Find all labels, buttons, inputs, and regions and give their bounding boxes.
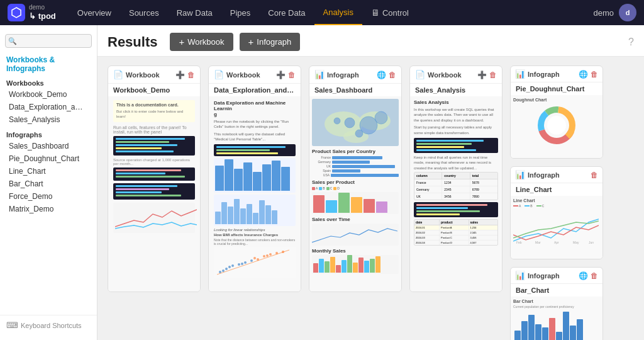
nav-control[interactable]: 🖥 Control [362,0,418,25]
card-actions: 🗑 [591,171,598,179]
column-3: 📊 Infograph 🌐 🗑 Sales_Dashboard [309,65,402,340]
add-icon[interactable]: ➕ [276,71,286,79]
svg-point-24 [334,118,340,124]
header-actions: + Workbook + Infograph [170,33,300,51]
card-workbook-demo[interactable]: 📄 Workbook ➕ 🗑 Workbook_Demo This is a d… [108,65,201,292]
search-input[interactable] [5,34,92,48]
sidebar-item-line-chart[interactable]: Line_Chart ✎ [0,165,97,178]
card-name: Bar_Chart [511,284,602,297]
map-visualization [312,99,399,146]
sidebar-item-sales-dashboard[interactable]: Sales_Dashboard ✎ [0,140,97,152]
hexagon-icon [11,7,22,18]
card-actions: 🌐 🗑 [579,70,598,79]
sidebar-item-bar-chart[interactable]: Bar_Chart ✎ [0,178,97,190]
card-name: Data_Exploration_and_... [209,84,301,96]
card-sales-dashboard[interactable]: 📊 Infograph 🌐 🗑 Sales_Dashboard [309,65,402,292]
delete-icon[interactable]: 🗑 [591,70,598,79]
sidebar-section-workbooks-infographs: Workbooks & Infographs [0,52,97,74]
content-header: Results + Workbook + Infograph ? [97,25,644,57]
delete-icon[interactable]: 🗑 [591,271,598,280]
card-header: 📊 Infograph 🌐 🗑 [511,66,602,82]
delete-icon[interactable]: 🗑 [591,171,598,179]
infograph-icon: 📊 [515,271,525,280]
delete-icon[interactable]: 🗑 [288,71,296,79]
column-5: 📊 Infograph 🌐 🗑 Pie_Doughnut_Chart Dough… [510,65,603,340]
card-pie-doughnut[interactable]: 📊 Infograph 🌐 🗑 Pie_Doughnut_Chart Dough… [510,65,603,159]
svg-point-15 [253,257,256,259]
nav-pipes[interactable]: Pipes [221,0,260,25]
svg-text:Jun: Jun [589,241,594,244]
card-preview: Product Sales per Country France Germany… [309,96,401,292]
svg-point-14 [241,263,243,265]
brand-text: demo ↳ tpod [29,4,56,21]
user-area: demo d [593,4,636,21]
nav-rawdata[interactable]: Raw Data [168,0,221,25]
infograph-icon: 📊 [515,69,525,79]
search-icon: 🔍 [8,37,17,45]
card-name: Workbook_Demo [108,84,200,96]
column-1: 📄 Workbook ➕ 🗑 Workbook_Demo This is a d… [108,65,201,340]
svg-text:Mar: Mar [535,241,541,244]
plus-icon: + [179,37,184,47]
keyboard-shortcuts[interactable]: ⌨ Keyboard Shortcuts [0,315,97,335]
card-name: Pie_Doughnut_Chart [511,82,602,95]
infographs-label: Infographs [0,128,97,140]
add-icon[interactable]: ➕ [477,71,487,79]
nav-coredata[interactable]: Core Data [259,0,314,25]
card-actions: ➕ 🗑 [276,71,296,79]
sidebar-item-data-exploration[interactable]: Data_Exploration_and_... ✎ [0,101,97,113]
nav-sources[interactable]: Sources [120,0,168,25]
column-2: 📄 Workbook ➕ 🗑 Data_Exploration_and_... … [208,65,301,340]
card-actions: ➕ 🗑 [175,71,195,79]
card-bar-chart[interactable]: 📊 Infograph 🌐 🗑 Bar_Chart Bar Chart Curr… [510,267,603,340]
sidebar-item-matrix-demo[interactable]: Matrix_Demo ✎ [0,203,97,215]
user-avatar[interactable]: d [619,4,636,21]
globe-icon[interactable]: 🌐 [579,70,588,79]
line-chart: Feb Mar Apr May Jun [513,210,599,244]
sidebar-item-sales-analysis[interactable]: Sales_Analysis ✎ [0,113,97,126]
card-header: 📊 Infograph 🌐 🗑 [511,268,602,284]
top-navigation: demo ↳ tpod Overview Sources Raw Data Pi… [0,0,644,25]
delete-icon[interactable]: 🗑 [187,71,195,79]
workbook-preview: This is a documentation card. But click … [108,96,200,292]
nav-links: Overview Sources Raw Data Pipes Core Dat… [69,0,594,25]
card-actions: 🌐 🗑 [579,271,598,280]
card-name: Line_Chart [511,183,602,196]
svg-point-8 [263,255,265,258]
svg-point-31 [547,116,566,135]
sidebar-item-pie-doughnut[interactable]: Pie_Doughnut_Chart ✎ [0,152,97,165]
delete-icon[interactable]: 🗑 [489,71,497,79]
sidebar-item-workbook-demo[interactable]: Workbook_Demo ✎ [0,88,97,101]
add-infograph-button[interactable]: + Infograph [240,33,301,51]
column-4: 📄 Workbook ➕ 🗑 Sales_Analysis Sales Anal… [409,65,502,340]
svg-point-26 [355,130,363,137]
add-workbook-button[interactable]: + Workbook [170,33,233,51]
nav-overview[interactable]: Overview [69,0,120,25]
main-content: Results + Workbook + Infograph ? 📄 [97,25,644,340]
doughnut-chart [535,103,579,147]
workbook-icon: 📄 [214,70,224,79]
add-icon[interactable]: ➕ [175,71,185,79]
card-preview: This is a documentation card. But click … [108,96,200,292]
svg-point-6 [250,259,253,262]
card-header: 📄 Workbook ➕ 🗑 [410,66,502,84]
card-preview: Sales Analysis In this workshop we will … [410,96,502,292]
svg-marker-0 [12,8,21,18]
app-logo[interactable]: demo ↳ tpod [8,4,56,21]
svg-point-3 [231,264,234,267]
globe-icon[interactable]: 🌐 [579,271,588,280]
card-name: Sales_Dashboard [309,84,401,96]
card-sales-analysis[interactable]: 📄 Workbook ➕ 🗑 Sales_Analysis Sales Anal… [409,65,502,292]
svg-point-9 [269,253,272,256]
nav-analysis[interactable]: Analysis [314,0,362,25]
delete-icon[interactable]: 🗑 [389,71,396,79]
help-button[interactable]: ? [628,37,634,48]
card-actions: ➕ 🗑 [477,71,497,79]
card-actions: 🌐 🗑 [377,71,396,79]
card-line-chart[interactable]: 📊 Infograph 🗑 Line_Chart Line Chart A B … [510,166,603,259]
globe-icon[interactable]: 🌐 [377,71,386,79]
svg-point-2 [225,268,228,270]
sidebar-item-force-demo[interactable]: Force_Demo ✎ [0,190,97,203]
svg-point-13 [228,266,231,268]
card-data-exploration[interactable]: 📄 Workbook ➕ 🗑 Data_Exploration_and_... … [208,65,301,292]
